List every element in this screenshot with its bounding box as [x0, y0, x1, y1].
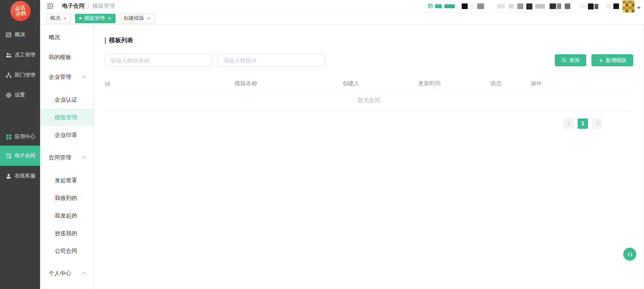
- secondary-sidebar: 概况 我的模板 企业管理 企业认证 模版管理 企业印章: [40, 25, 94, 289]
- subnav-label: 合同管理: [49, 154, 71, 162]
- subnav-group-enterprise[interactable]: 企业管理: [40, 67, 94, 87]
- tab-label: 模版管理: [84, 15, 105, 22]
- add-template-button[interactable]: + 新增模版: [591, 54, 633, 66]
- sidebar-item-online-service[interactable]: 在线客服: [0, 166, 40, 186]
- sidebar-item-label: 电子合同: [15, 152, 35, 159]
- redacted-block: [435, 4, 442, 8]
- primary-sidebar: 会话 存档 概况 员工管理 部门管理 设置: [0, 0, 40, 289]
- chevron-up-icon: [83, 273, 86, 276]
- table-empty-state: 暂无合同: [105, 90, 633, 111]
- search-button[interactable]: 查询: [555, 54, 586, 66]
- redacted-block: [565, 3, 570, 9]
- subnav-label: 概况: [49, 34, 60, 41]
- pagination: 1: [105, 118, 602, 129]
- sidebar-item-employees[interactable]: 员工管理: [0, 45, 40, 65]
- redacted-block: [444, 4, 455, 8]
- chevron-right-icon: [596, 122, 599, 125]
- search-icon: [562, 58, 567, 63]
- switch-text-fragment: 切: [428, 3, 433, 10]
- menu-fold-icon[interactable]: [47, 3, 53, 9]
- subnav-enterprise-seal[interactable]: 企业印章: [40, 126, 94, 144]
- headset-icon: [626, 251, 634, 258]
- subnav-label: 模版管理: [55, 114, 77, 121]
- subnav-received[interactable]: 我收到的: [40, 189, 94, 207]
- employees-icon: [6, 52, 12, 58]
- sidebar-item-label: 在线客服: [15, 172, 35, 180]
- subnav-company-contracts[interactable]: 公司合同: [40, 242, 94, 260]
- tab-overview[interactable]: 概况 ×: [46, 14, 71, 23]
- subnav-initiate-sign[interactable]: 发起签署: [40, 171, 94, 189]
- tab-template-management[interactable]: ● 模版管理 ×: [75, 14, 115, 23]
- gear-icon: [6, 92, 12, 98]
- subnav-group-personal[interactable]: 个人中心: [40, 264, 94, 283]
- chevron-up-icon: [83, 76, 86, 79]
- subnav-my-templates[interactable]: 我的模板: [40, 47, 94, 67]
- departments-org-icon: [6, 72, 12, 78]
- breadcrumb-current: 模版管理: [92, 2, 115, 10]
- subnav-group-contract[interactable]: 合同管理: [40, 148, 94, 168]
- chevron-up-icon: [83, 157, 86, 160]
- redacted-block: [477, 3, 484, 9]
- right-region: 电子合同 / 模版管理 切: [40, 0, 644, 289]
- redacted-block: [580, 4, 587, 9]
- user-area: 切: [428, 0, 641, 12]
- redacted-block: [606, 4, 611, 9]
- tab-label: 概况: [50, 15, 60, 22]
- dropdown-caret-icon[interactable]: [637, 7, 641, 9]
- redacted-block: [588, 3, 594, 9]
- column-header-name: 模版名称: [235, 78, 343, 90]
- subnav-label: 发起签署: [55, 177, 77, 184]
- pagination-page-1[interactable]: 1: [578, 118, 588, 129]
- sidebar-item-app-center[interactable]: 应用中心: [0, 127, 40, 147]
- template-id-input[interactable]: [218, 54, 325, 67]
- close-icon[interactable]: ×: [63, 16, 67, 21]
- redacted-block: [509, 4, 514, 9]
- tab-create-template[interactable]: 创建模版 ×: [120, 14, 155, 23]
- redacted-block: [517, 3, 523, 9]
- sidebar-item-departments[interactable]: 部门管理: [0, 65, 40, 85]
- workspace: 概况 我的模板 企业管理 企业认证 模版管理 企业印章: [40, 25, 644, 289]
- subnav-label: 企业认证: [55, 96, 77, 104]
- column-header-status: 状态: [491, 78, 531, 90]
- breadcrumb-separator: /: [88, 3, 89, 9]
- subnav-label: 抄送我的: [55, 230, 77, 237]
- subnav-cc-me[interactable]: 抄送我的: [40, 224, 94, 242]
- main-content: 模板列表 查询 + 新增模版: [94, 25, 644, 289]
- redacted-block: [535, 4, 545, 9]
- logo-line2: 存档: [16, 10, 27, 17]
- redacted-block: [470, 4, 475, 9]
- subnav-template-management[interactable]: 模版管理: [40, 109, 94, 126]
- apps-grid-icon: [6, 134, 12, 140]
- customer-service-button[interactable]: [623, 248, 636, 261]
- overview-chart-icon: [6, 32, 12, 38]
- page-title: 模板列表: [105, 37, 633, 44]
- column-header-creator: 创建人: [343, 78, 418, 90]
- close-icon[interactable]: ×: [147, 16, 151, 21]
- avatar[interactable]: [622, 0, 635, 12]
- pagination-next-button[interactable]: [592, 118, 602, 129]
- sidebar-item-settings[interactable]: 设置: [0, 85, 40, 105]
- subnav-initiated-by-me[interactable]: 我发起的: [40, 207, 94, 224]
- table-header-row: id 模版名称 创建人 更新时间 状态 操作: [105, 78, 633, 90]
- redacted-block: [462, 3, 468, 9]
- column-header-actions: 操作: [531, 78, 633, 90]
- redacted-block: [550, 3, 556, 9]
- subnav-enterprise-auth[interactable]: 企业认证: [40, 91, 94, 109]
- template-table: id 模版名称 创建人 更新时间 状态 操作: [105, 78, 633, 90]
- sidebar-item-label: 员工管理: [15, 51, 35, 59]
- subnav-label: 我收到的: [55, 194, 77, 202]
- search-button-label: 查询: [569, 57, 579, 64]
- top-header: 电子合同 / 模版管理 切: [40, 0, 644, 12]
- subnav-label: 企业管理: [49, 73, 71, 81]
- redacted-block: [557, 3, 561, 9]
- template-name-input[interactable]: [105, 54, 212, 67]
- breadcrumb-section[interactable]: 电子合同: [62, 2, 84, 10]
- sidebar-item-e-contract[interactable]: 电子合同: [0, 146, 40, 166]
- app-logo: 会话 存档: [9, 0, 32, 22]
- pagination-prev-button[interactable]: [563, 118, 574, 129]
- sidebar-item-label: 设置: [15, 91, 25, 99]
- subnav-label: 我的模板: [49, 53, 71, 61]
- sidebar-item-overview[interactable]: 概况: [0, 25, 40, 45]
- close-icon[interactable]: ×: [107, 16, 111, 21]
- subnav-overview[interactable]: 概况: [40, 28, 94, 47]
